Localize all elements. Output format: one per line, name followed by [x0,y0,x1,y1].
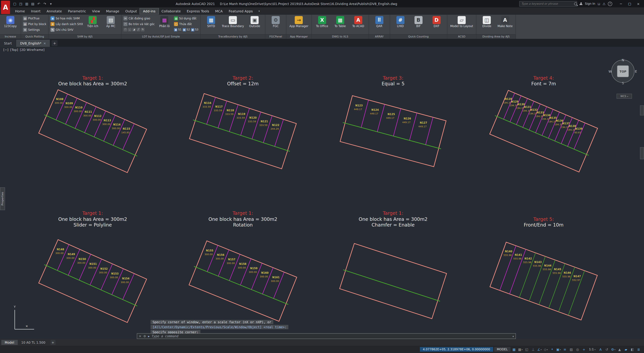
offset-line[interactable] [194,266,288,304]
target-label[interactable]: Target 1: [316,210,470,216]
ribbon-tab-parametric[interactable]: Parametric [65,8,89,14]
lot-area-label[interactable]: 333.59 [236,116,245,119]
ti-n-ch-button[interactable]: ▞Tiện ích [84,16,101,28]
lot-area-label[interactable]: 333.59 [248,120,256,123]
lot-area-label[interactable]: 194.37 [535,115,544,118]
annotation-visibility-icon[interactable]: A [598,347,603,352]
qat-dropdown-icon[interactable]: ▾ [48,1,54,6]
search-input[interactable] [520,1,577,6]
lot-number-label[interactable]: N144 [544,264,552,267]
123copy-button[interactable]: ◉123Copy [2,16,19,28]
lot-number-label[interactable]: N141 [515,254,522,256]
lot-area-label[interactable]: 300.00 [112,127,120,130]
target-label[interactable]: Target 1: [16,210,170,216]
viewport-menu-control[interactable]: [−] [3,48,8,52]
ribbon-tab-mca[interactable]: MCA [212,8,226,14]
lot-area-label[interactable]: 300.00 [66,257,74,259]
lot-area-label[interactable]: 552.97 [572,279,580,282]
lot-number-label[interactable]: N120 [249,116,256,119]
save-icon[interactable]: ▥ [24,1,30,6]
lot-number-label[interactable]: N158 [239,262,246,266]
ghi-ch-shv-button[interactable]: ✎Ghi chú SHV [51,27,83,32]
maximize-button[interactable]: ▢ [625,0,634,7]
close-tab-icon[interactable]: ✕ [43,42,46,45]
lot-area-label[interactable]: 300.00 [64,106,72,108]
target-description[interactable]: One block has Area = 300m2 [16,216,170,222]
lot-number-label[interactable]: N160 [261,271,269,274]
lot-number-label[interactable]: N154 [122,277,130,280]
trace-boundary-button[interactable]: ▭Trace Boundary [221,16,245,28]
lot-number-label[interactable]: N146 [564,271,571,274]
parcel-drawing[interactable]: N116333.59N117333.59N118333.59N119333.59… [166,80,320,184]
lot-area-label[interactable]: 333.59 [214,109,222,112]
layout-tab-10-a0-tl-1-500[interactable]: 10 A0 TL 1.500 [18,340,49,345]
lot-number-label[interactable]: N139 [575,127,582,130]
lot-area-label[interactable]: 333.59 [202,106,211,108]
lot-area-label[interactable]: 449.17 [354,108,362,110]
lot-area-label[interactable]: 300.00 [93,118,101,121]
grid-icon[interactable]: ▦ [511,347,517,352]
lot-area-label[interactable]: 300.00 [102,123,110,126]
workspace-switching-icon[interactable]: ⚙▾ [610,347,616,352]
lot-number-label[interactable]: N157 [228,258,235,261]
model-to-layout-button[interactable]: ▱Model to Layout [449,16,474,28]
lot-area-label[interactable]: 300.00 [55,252,64,254]
offset-line[interactable] [44,265,137,306]
arc-tool-icon[interactable]: ◠ [124,28,127,31]
lot-area-label[interactable]: 300.00 [99,271,107,274]
s3-button[interactable]: ▦S3 [191,28,198,31]
c-t-ng-giao-button[interactable]: ✂Cắt đường giao [124,16,155,21]
lot-area-label[interactable]: 555.98 [543,268,551,271]
parcel-outline[interactable] [340,244,446,318]
th-a-t-button[interactable]: ▢Thửa đất [174,22,198,27]
to-acad-button[interactable]: ATo ACAD [350,16,367,28]
lot-number-label[interactable]: N145 [554,268,561,271]
target-description[interactable]: Slider = Polyline [16,222,170,228]
close-button[interactable]: × [634,0,643,7]
selection-cycling-icon[interactable]: ◎ [575,347,580,352]
lot-number-label[interactable]: N114 [113,123,120,126]
lot-number-label[interactable]: N118 [227,109,234,112]
isodraft-icon[interactable]: ◇▾ [543,347,548,352]
lot-area-label[interactable]: 300.00 [249,271,257,273]
ribbon-tab-featured-apps[interactable]: Featured Apps [226,8,256,14]
parcel-drawing[interactable]: N140555.98N141555.98N142555.98N143555.98… [467,230,620,334]
lot-area-label[interactable]: 300.00 [238,266,246,269]
lot-area-label[interactable]: 194.37 [516,107,524,110]
viewcube-south[interactable]: S [622,81,624,85]
dock-handle[interactable] [640,106,644,116]
minimize-button[interactable]: ─ [616,0,625,7]
ribbon-tab-annotate[interactable]: Annotate [44,8,65,14]
make-note-button[interactable]: AMake Note [496,16,514,28]
parcel-drawing[interactable]: N148300.00N149300.00N150300.00N151300.00… [16,230,170,334]
ribbon-tab-insert[interactable]: Insert [28,8,44,14]
model-space-toggle[interactable]: MODEL [494,347,510,352]
annotation-monitor-icon[interactable]: ▲ [617,347,622,352]
lot-area-label[interactable]: 300.00 [77,262,85,264]
lot-number-label[interactable]: N127 [420,121,427,124]
lot-area-label[interactable]: 145.83 [121,131,130,134]
ortho-mode-icon[interactable]: ⊥ [530,347,536,352]
target-description[interactable]: One block has Area = 300m2 [166,216,320,222]
lot-number-label[interactable]: N119 [238,112,246,116]
chamfer-tool-icon[interactable]: ◢ [132,28,136,31]
lot-area-label[interactable]: 333.59 [225,113,233,116]
lot-area-label[interactable]: 555.98 [533,264,541,267]
lot-number-label[interactable]: N123 [355,104,363,107]
target-label[interactable]: Target 1: [166,210,320,216]
lot-area-label[interactable]: 300.00 [260,275,268,278]
undo-icon[interactable]: ↶ [36,1,42,6]
bo-tr-n-v-v-t-g-c-button[interactable]: ◠Bo tròn và Vát góc [124,22,155,27]
p-mc-button[interactable]: ▤Áp MC [102,16,119,28]
lot-area-label[interactable]: 555.98 [513,257,522,260]
lot-area-label[interactable]: 194.37 [529,112,537,115]
lot-number-label[interactable]: N149 [68,253,75,256]
lot-number-label[interactable]: N113 [104,119,111,122]
drawing-area[interactable]: [−] [Top] [2D Wireframe] N S W E TOP WCS… [0,47,644,339]
clean-screen-icon[interactable]: ◧ [630,347,635,352]
lot-area-label[interactable]: 555.98 [523,261,531,264]
parcel-drawing[interactable]: N123449.17N124449.17N125449.17N126449.17… [316,80,470,184]
lot-area-label[interactable]: 194.37 [548,120,556,123]
lot-number-label[interactable]: N153 [111,272,118,275]
new-file-icon[interactable]: ▢ [12,1,18,6]
